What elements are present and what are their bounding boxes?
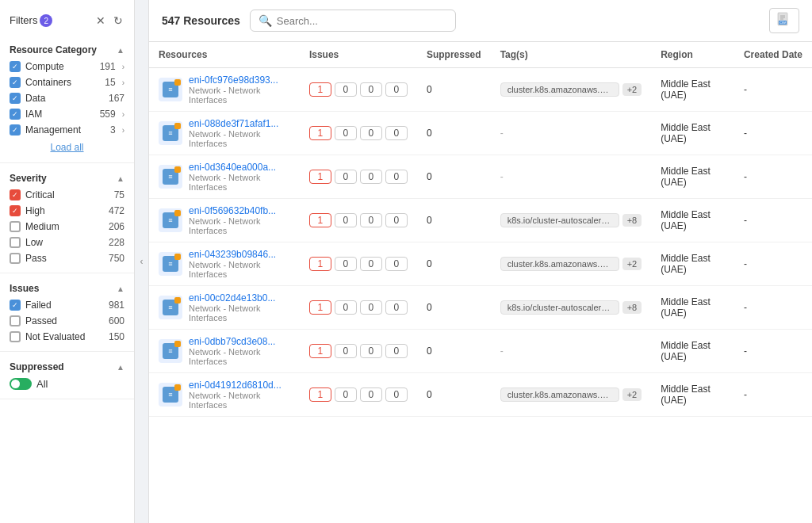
tags-container: cluster.k8s.amazonaws.com/na...+2	[500, 82, 642, 97]
tag-badge: k8s.io/cluster-autoscaler/enabl...	[500, 213, 619, 227]
resource-id: eni-0dbb79cd3e08...	[189, 336, 290, 347]
suppressed-all-label: All	[36, 378, 48, 390]
tag-badge: cluster.k8s.amazonaws.com/na...	[500, 387, 619, 402]
resource-name-group: eni-0f569632b40fb... Network - Network I…	[189, 205, 290, 235]
passed-checkbox[interactable]	[10, 315, 21, 326]
resource-category-chevron: ▲	[117, 46, 124, 55]
filter-item-iam[interactable]: ✓ IAM 559 ›	[0, 106, 134, 122]
critical-checkbox[interactable]: ✓	[10, 189, 21, 200]
export-csv-button[interactable]: CSV	[769, 8, 799, 33]
severity-header[interactable]: Severity ▲	[0, 170, 134, 187]
medium-label: Medium	[25, 221, 104, 232]
issue-badge-2: 0	[360, 300, 382, 315]
filter-item-critical[interactable]: ✓ Critical 75	[0, 187, 134, 203]
tag-dash: -	[500, 128, 504, 139]
resource-info: ≡ eni-0d3640ea000a... Network - Network …	[159, 162, 290, 192]
resource-id: eni-043239b09846...	[189, 249, 290, 260]
tags-cell: cluster.k8s.amazonaws.com/na...+2	[491, 373, 652, 417]
filter-item-passed[interactable]: Passed 600	[0, 313, 134, 329]
refresh-filters-button[interactable]: ↻	[112, 13, 124, 29]
issue-badge-1: 0	[335, 257, 357, 271]
resource-name-group: eni-0d3640ea000a... Network - Network In…	[189, 162, 290, 192]
created-date-cell: -	[734, 286, 812, 330]
high-checkbox[interactable]: ✓	[10, 205, 21, 216]
issue-badge-1: 0	[335, 170, 357, 184]
pass-checkbox[interactable]	[10, 253, 21, 264]
filter-item-high[interactable]: ✓ High 472	[0, 203, 134, 219]
created-date-cell: -	[734, 373, 812, 417]
filter-item-pass[interactable]: Pass 750	[0, 250, 134, 266]
network-icon-label: ≡	[168, 391, 172, 399]
not-evaluated-checkbox[interactable]	[10, 331, 21, 342]
tag-more: +2	[622, 388, 642, 401]
table-row[interactable]: ≡ eni-043239b09846... Network - Network …	[149, 242, 812, 286]
region-cell: Middle East (UAE)	[651, 155, 734, 199]
issue-badge-0: 1	[309, 387, 331, 402]
low-checkbox[interactable]	[10, 237, 21, 248]
resource-info: ≡ eni-0f569632b40fb... Network - Network…	[159, 205, 290, 235]
col-tags: Tag(s)	[491, 42, 652, 68]
issue-badge-3: 0	[385, 344, 408, 358]
resource-type-indicator	[174, 166, 181, 173]
compute-checkbox[interactable]: ✓	[10, 61, 21, 72]
resource-type-indicator	[174, 123, 181, 129]
issues-cell: 1000	[300, 199, 417, 242]
resource-type: Network - Network Interfaces	[189, 129, 290, 148]
medium-checkbox[interactable]	[10, 221, 21, 232]
filters-title: Filters	[10, 14, 37, 26]
toggle-knob	[11, 380, 20, 388]
issue-badge-0: 1	[309, 82, 331, 97]
issue-badge-1: 0	[335, 82, 357, 97]
network-icon-label: ≡	[168, 216, 172, 224]
tags-cell: k8s.io/cluster-autoscaler/enabl...+8	[491, 199, 652, 242]
resource-id: eni-0fc976e98d393...	[189, 74, 290, 86]
issues-header[interactable]: Issues ▲	[0, 280, 134, 297]
filter-item-management[interactable]: ✓ Management 3 ›	[0, 122, 134, 138]
resource-category-header[interactable]: Resource Category ▲	[0, 41, 134, 59]
filter-item-compute[interactable]: ✓ Compute 191 ›	[0, 59, 134, 74]
issue-badge-1: 0	[335, 213, 357, 227]
failed-checkbox[interactable]: ✓	[10, 300, 21, 311]
filter-item-containers[interactable]: ✓ Containers 15 ›	[0, 74, 134, 90]
resource-info: ≡ eni-0d41912d6810d... Network - Network…	[159, 380, 290, 410]
clear-filters-button[interactable]: ✕	[94, 13, 107, 29]
suppressed-cell: 0	[417, 373, 491, 417]
resource-type: Network - Network Interfaces	[189, 260, 290, 279]
table-row[interactable]: ≡ eni-0d41912d6810d... Network - Network…	[149, 373, 812, 417]
collapse-sidebar-button[interactable]: ‹	[135, 0, 149, 523]
management-expand-icon: ›	[122, 126, 124, 135]
resource-id: eni-0d3640ea000a...	[189, 162, 290, 173]
filter-item-low[interactable]: Low 228	[0, 235, 134, 250]
filter-item-not-evaluated[interactable]: Not Evaluated 150	[0, 329, 134, 345]
filter-item-failed[interactable]: ✓ Failed 981	[0, 297, 134, 313]
data-checkbox[interactable]: ✓	[10, 93, 21, 104]
containers-checkbox[interactable]: ✓	[10, 77, 21, 88]
issue-badge-3: 0	[385, 300, 408, 315]
resource-info: ≡ eni-043239b09846... Network - Network …	[159, 249, 290, 279]
issues-badges: 1000	[309, 213, 408, 227]
load-all-button[interactable]: Load all	[50, 142, 83, 153]
table-row[interactable]: ≡ eni-0d3640ea000a... Network - Network …	[149, 155, 812, 199]
iam-checkbox[interactable]: ✓	[10, 109, 21, 120]
table-row[interactable]: ≡ eni-088de3f71afaf1... Network - Networ…	[149, 112, 812, 155]
resource-icon: ≡	[159, 165, 182, 189]
passed-label: Passed	[25, 315, 104, 326]
col-resources: Resources	[149, 42, 300, 68]
filter-item-medium[interactable]: Medium 206	[0, 219, 134, 235]
issue-badge-3: 0	[385, 257, 408, 271]
table-row[interactable]: ≡ eni-0f569632b40fb... Network - Network…	[149, 199, 812, 242]
table-row[interactable]: ≡ eni-0fc976e98d393... Network - Network…	[149, 68, 812, 112]
resource-cell: ≡ eni-0fc976e98d393... Network - Network…	[149, 68, 300, 112]
critical-count: 75	[114, 189, 124, 200]
table-row[interactable]: ≡ eni-00c02d4e13b0... Network - Network …	[149, 286, 812, 330]
suppressed-toggle-switch[interactable]	[10, 378, 32, 390]
resource-type: Network - Network Interfaces	[189, 303, 290, 323]
filter-item-data[interactable]: ✓ Data 167	[0, 90, 134, 106]
management-checkbox[interactable]: ✓	[10, 124, 21, 136]
table-row[interactable]: ≡ eni-0dbb79cd3e08... Network - Network …	[149, 330, 812, 373]
resource-cell: ≡ eni-0dbb79cd3e08... Network - Network …	[149, 330, 300, 373]
search-input[interactable]	[277, 15, 447, 27]
suppressed-header[interactable]: Suppressed ▲	[0, 358, 134, 376]
resource-id: eni-0f569632b40fb...	[189, 205, 290, 216]
suppressed-all-toggle[interactable]: All	[0, 376, 134, 392]
